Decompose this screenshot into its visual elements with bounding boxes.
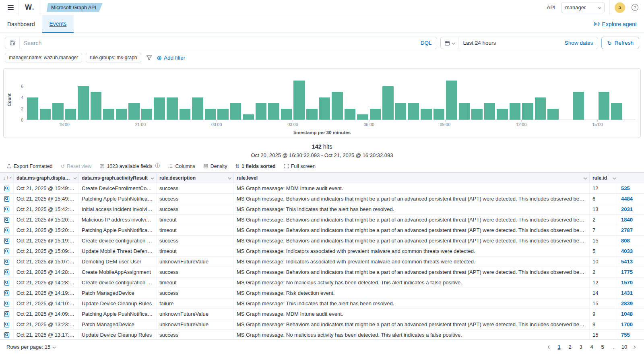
expand-document-button[interactable] bbox=[0, 257, 14, 267]
filter-options-button[interactable] bbox=[145, 55, 153, 61]
chart-bar[interactable] bbox=[395, 103, 407, 120]
chart-bar[interactable] bbox=[230, 103, 242, 120]
page-button[interactable]: 3 bbox=[576, 342, 586, 352]
chart-bar[interactable] bbox=[408, 103, 419, 120]
chart-bar[interactable] bbox=[91, 92, 102, 120]
chart-bar[interactable] bbox=[433, 109, 445, 120]
rule-id-cell[interactable]: 1048 bbox=[618, 309, 644, 319]
chart-bar[interactable] bbox=[268, 103, 279, 120]
page-button[interactable]: 2 bbox=[565, 342, 575, 352]
chart-bar[interactable] bbox=[78, 86, 89, 120]
chart-bar[interactable] bbox=[573, 92, 584, 120]
rule-id-cell[interactable]: 1840 bbox=[618, 215, 644, 225]
rule-id-link[interactable]: 1431 bbox=[621, 290, 633, 296]
query-language-button[interactable]: DQL bbox=[415, 40, 437, 46]
chart-bar[interactable] bbox=[599, 92, 610, 120]
rule-id-link[interactable]: 755 bbox=[621, 332, 630, 338]
chart-bar[interactable] bbox=[357, 114, 368, 120]
filter-pill[interactable]: manager.name: wazuh.manager bbox=[5, 53, 82, 62]
chart-bar[interactable] bbox=[128, 103, 140, 120]
chart-bar[interactable] bbox=[382, 86, 394, 120]
column-header-level[interactable]: rule.level bbox=[234, 173, 590, 183]
expand-document-button[interactable] bbox=[0, 288, 14, 298]
chart-bar[interactable] bbox=[319, 97, 330, 120]
rule-id-cell[interactable]: 755 bbox=[618, 330, 644, 340]
rule-id-link[interactable]: 2031 bbox=[621, 206, 633, 212]
page-button[interactable]: 4 bbox=[587, 342, 597, 352]
rule-id-link[interactable]: 1700 bbox=[621, 321, 633, 327]
chart-bar[interactable] bbox=[217, 109, 229, 120]
chart-bar[interactable] bbox=[27, 97, 38, 120]
rows-per-page-button[interactable]: Rows per page: 15 bbox=[6, 344, 55, 350]
rule-id-cell[interactable]: 2787 bbox=[618, 225, 644, 235]
export-formatted-button[interactable]: Export Formatted bbox=[6, 164, 53, 169]
saved-query-icon[interactable] bbox=[5, 37, 20, 49]
expand-document-button[interactable] bbox=[0, 267, 14, 277]
manager-select[interactable]: manager bbox=[561, 2, 605, 13]
refresh-button[interactable]: ↻ Refresh bbox=[601, 37, 639, 49]
chart-bar[interactable] bbox=[103, 109, 114, 120]
density-button[interactable]: Density bbox=[203, 164, 227, 169]
add-filter-button[interactable]: ⊕ Add filter bbox=[157, 55, 186, 61]
rule-id-cell[interactable]: 1775 bbox=[618, 267, 644, 277]
chart-bar[interactable] bbox=[192, 97, 203, 120]
expand-document-button[interactable] bbox=[0, 225, 14, 235]
expand-document-button[interactable] bbox=[0, 277, 14, 288]
rule-id-link[interactable]: 2839 bbox=[621, 300, 633, 306]
column-header-activity_result[interactable]: data.ms-graph.activityResult bbox=[79, 173, 157, 183]
expand-document-button[interactable] bbox=[0, 309, 14, 319]
chart-bar[interactable] bbox=[65, 109, 76, 120]
chart-bar[interactable] bbox=[535, 97, 546, 120]
columns-button[interactable]: Columns bbox=[168, 164, 195, 169]
chart-bar[interactable] bbox=[332, 92, 343, 120]
available-fields-button[interactable]: 1023 available fields ⓘ bbox=[99, 163, 160, 170]
rule-id-link[interactable]: 1840 bbox=[621, 217, 633, 223]
expand-document-button[interactable] bbox=[0, 319, 14, 329]
chart-bar[interactable] bbox=[180, 109, 191, 120]
chart-bar[interactable] bbox=[459, 103, 470, 120]
show-dates-link[interactable]: Show dates bbox=[565, 40, 598, 46]
next-page-button[interactable] bbox=[630, 346, 638, 348]
chart-bar[interactable] bbox=[611, 103, 622, 120]
tab-dashboard[interactable]: Dashboard bbox=[0, 15, 42, 33]
chart-bar[interactable] bbox=[497, 109, 508, 120]
rule-id-link[interactable]: 1048 bbox=[621, 311, 633, 317]
chart-bar[interactable] bbox=[167, 97, 178, 120]
expand-document-button[interactable] bbox=[0, 236, 14, 246]
rule-id-cell[interactable]: 1570 bbox=[618, 277, 644, 288]
expand-document-button[interactable] bbox=[0, 330, 14, 340]
chart-bar[interactable] bbox=[510, 103, 521, 120]
chart-bar[interactable] bbox=[154, 97, 165, 120]
chart-bar[interactable] bbox=[306, 109, 318, 120]
chart-bar[interactable] bbox=[484, 103, 495, 120]
page-button[interactable]: 10 bbox=[619, 342, 629, 352]
rule-id-link[interactable]: 4033 bbox=[621, 248, 633, 254]
breadcrumb[interactable]: Microsoft Graph API bbox=[47, 3, 103, 12]
full-screen-button[interactable]: Full screen bbox=[284, 164, 316, 169]
chart-bar[interactable] bbox=[52, 103, 64, 120]
calendar-button[interactable] bbox=[441, 37, 458, 49]
rule-id-cell[interactable]: 535 bbox=[618, 183, 644, 193]
chart-bar[interactable] bbox=[141, 109, 153, 120]
chart-bar[interactable] bbox=[243, 114, 254, 120]
expand-document-button[interactable] bbox=[0, 298, 14, 308]
expand-document-button[interactable] bbox=[0, 204, 14, 214]
page-button[interactable]: 1 bbox=[554, 342, 564, 352]
chart-bar[interactable] bbox=[522, 103, 533, 120]
column-header-display_name[interactable]: data.ms-graph.displayName bbox=[14, 173, 79, 183]
fields-sorted-button[interactable]: ⇅ 1 fields sorted bbox=[235, 163, 276, 169]
rule-id-cell[interactable]: 5413 bbox=[618, 257, 644, 267]
rule-id-link[interactable]: 1775 bbox=[621, 269, 633, 275]
search-input[interactable] bbox=[20, 40, 415, 46]
expand-document-button[interactable] bbox=[0, 246, 14, 256]
chart-bar[interactable] bbox=[293, 81, 305, 120]
expand-document-button[interactable] bbox=[0, 183, 14, 193]
rule-id-cell[interactable]: 2839 bbox=[618, 298, 644, 308]
previous-page-button[interactable] bbox=[546, 346, 553, 348]
rule-id-cell[interactable]: 1431 bbox=[618, 288, 644, 298]
chart-bar[interactable] bbox=[256, 103, 267, 120]
tab-events[interactable]: Events bbox=[42, 15, 74, 33]
avatar[interactable]: a bbox=[615, 2, 625, 13]
chart-bar[interactable] bbox=[40, 109, 51, 120]
chart-bar[interactable] bbox=[345, 109, 356, 120]
